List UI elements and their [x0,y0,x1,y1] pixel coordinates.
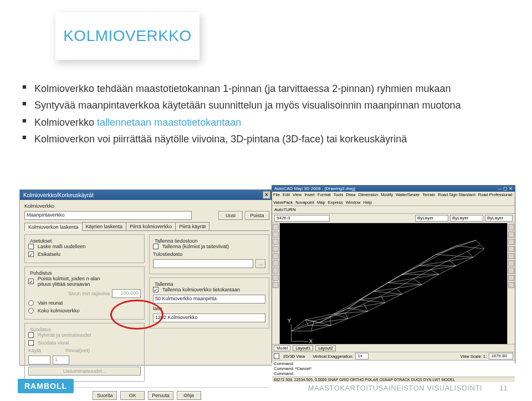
group-tallenna: Tallenna Tallenna kolmioverkko tietokant… [149,277,269,328]
bullet-list: Kolmioverkko tehdään maastotietokannan 1… [22,82,510,149]
menu-item[interactable]: Dimension [359,192,378,197]
menu-item[interactable]: Window [346,200,361,205]
layer-select[interactable]: 9426.0 [274,215,330,222]
menu-item[interactable]: Insert [304,192,315,197]
fld-ve[interactable]: 1x [355,353,369,359]
fld-1202[interactable]: 1202 Kolmioverkko [153,313,265,322]
menu-item[interactable]: File [273,192,280,197]
tool-icon[interactable] [273,239,279,245]
tool-icon[interactable] [508,282,514,288]
ramboll-logo: RAMBOLL [18,379,74,393]
tab-piirra-kolmio[interactable]: Piirrä kolmioverkko [126,222,176,230]
wireframe-mesh: Y X [280,223,507,347]
peruuta-button[interactable]: Peruuta [148,391,173,400]
menu-item[interactable]: View [293,192,301,197]
cb-tallenna-kolmiot[interactable] [153,244,158,249]
tool-icon[interactable] [508,275,514,281]
autocad-toolbar-2: 9426.0 ByLayer ByLayer ByLayer [272,214,515,223]
cmd-line: Command: [274,361,513,366]
cb-2d3d[interactable] [274,353,279,359]
menu-item[interactable]: Modify [381,192,393,197]
menu-item[interactable]: Novapoint [295,200,314,205]
group-title: Asetukset [28,238,54,244]
cb-ryhmat-label: Ryhmät ja ominaisuudet [38,332,91,338]
radio-reunat[interactable] [28,300,34,306]
browse-button[interactable]: … [255,259,265,268]
menu-item[interactable]: Map [317,200,325,205]
cb-suodata-label: Suodata viivat [38,340,69,346]
cb-tallenna-db[interactable] [153,287,158,292]
uusi-button[interactable]: Uusi [218,211,243,220]
cb-suodata[interactable] [28,340,34,346]
tool-icon[interactable] [273,282,279,288]
tab-laskenta[interactable]: Kolmioverkon laskenta [24,223,83,231]
tool-icon[interactable] [508,268,514,274]
bylayer-2[interactable]: ByLayer [450,215,483,222]
menu-item[interactable]: Water/Sewer [396,192,420,197]
menu-item[interactable]: Help [363,200,371,205]
fld-kayta[interactable] [28,356,50,364]
ohje-button[interactable]: Ohje [177,391,201,400]
dialog-tabs: Kolmioverkon laskenta Käyrien laskenta P… [24,222,269,231]
tool-icon[interactable] [273,260,279,266]
fld-50[interactable]: 50 Kolmioverkko maanpinta [153,295,265,304]
tool-icon[interactable] [508,246,514,252]
cb-ryhmat[interactable] [28,332,34,338]
menu-item[interactable]: Edit [283,192,290,197]
menu-item[interactable]: Road Sign Standard [438,192,475,197]
bylayer-3[interactable]: ByLayer [485,215,513,222]
footer-text: MAASTOKARTOITUSAINEISTON VISUALISOINTI [308,384,482,392]
tab-piirra-kayrat[interactable]: Piirrä käyrät [175,222,209,230]
command-line[interactable]: Command: Command: *Cancel* Command: [272,360,515,377]
tool-icon[interactable] [508,224,514,230]
tool-icon[interactable] [508,260,514,266]
window-controls[interactable]: — ▢ ✕ [498,186,513,191]
slide-title-box: KOLMIOVERKKO [55,12,200,60]
tool-icon[interactable] [273,232,279,238]
view-settings-bar: 2D/3D View Vertical Exaggeration: 1x Vie… [272,352,515,360]
tool-icon[interactable] [273,275,279,281]
tool-icon[interactable] [508,253,514,259]
menu-item[interactable]: Format [318,192,331,197]
autocad-window: AutoCAD Map 3D 2008 - [Drawing2.dwg] — ▢… [272,185,515,363]
fld-tulostiedosto[interactable] [153,259,253,268]
fld-vs[interactable]: 1879.80 [489,353,513,359]
dialog-titlebar: Kolmioverkko/Korkeuskäyrät × [20,190,274,200]
cb-poista-kolmiot[interactable] [28,279,34,284]
num-label: Sivun min rajaviiva [68,291,110,296]
fld-pinnat[interactable]: 1 [53,356,69,364]
menu-item[interactable]: ValuePack [273,200,293,205]
cb-tallenna-kolmiot-label: Tallenna (kolmiot ja taiteviivat) [162,244,229,249]
bylayer-1[interactable]: ByLayer [415,215,448,222]
close-icon[interactable]: × [263,191,270,199]
bullet-prefix: Kolmioverkko [34,117,97,128]
viewport[interactable]: Y X [280,223,507,344]
cb-esikatselu[interactable] [28,251,34,257]
tool-icon[interactable] [273,253,279,259]
network-select[interactable]: Maanpintaverkko [24,211,192,220]
tab-kayrien[interactable]: Käyrien laskenta [82,222,127,230]
poista-button[interactable]: Poista [245,211,269,220]
tool-icon[interactable] [273,246,279,252]
lbl-pinnat: Pinnat(eet) [65,348,90,353]
cb-esikatselu-label: Esikatselu [38,251,60,257]
tool-icon[interactable] [508,239,514,245]
page-number: 11 [500,384,508,392]
ok-button[interactable]: OK [120,391,145,400]
tool-icon[interactable] [508,232,514,238]
num-field[interactable]: 100.000 [112,289,141,298]
bullet-item: Kolmioverkko tallennetaan maastotietokan… [22,116,510,129]
suorita-button[interactable]: Suorita [93,391,117,400]
tool-icon[interactable] [273,224,279,230]
menu-item[interactable]: Draw [346,192,356,197]
cb-laske[interactable] [28,244,34,249]
menu-item[interactable]: Road Professional [478,192,512,197]
menu-item[interactable]: Express [328,200,343,205]
tool-icon[interactable] [273,268,279,274]
menu-item[interactable]: Terrain [422,192,435,197]
toolbar-label: AutoTURN [274,207,296,212]
lisaominaisuudet-button[interactable]: Lisäominaisuudet... [28,367,141,376]
radio-koko[interactable] [28,308,34,313]
bullet-accent: tallennetaan maastotietokantaan [97,117,241,128]
menu-item[interactable]: Tools [334,192,344,197]
